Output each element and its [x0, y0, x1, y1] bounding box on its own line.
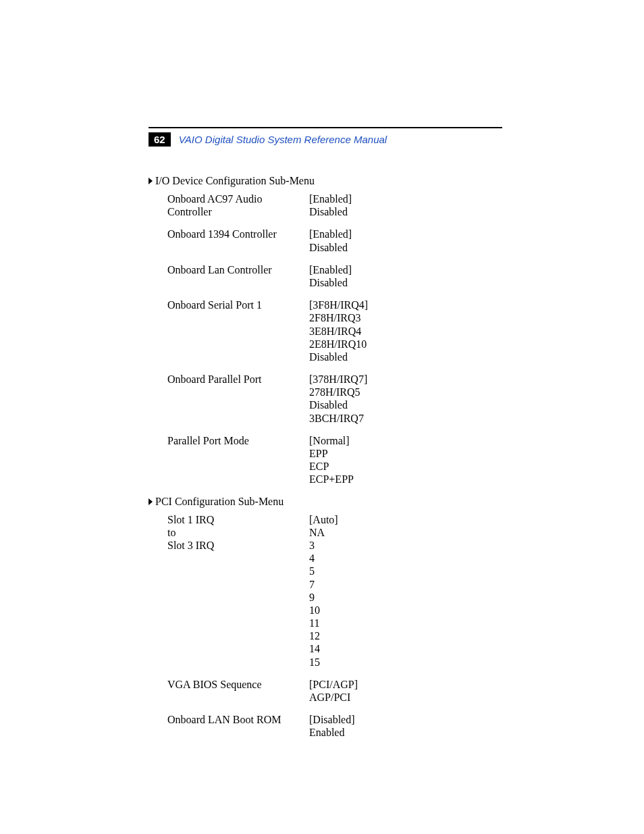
entry-lan: Onboard Lan Controller [Enabled] Disable…	[167, 263, 502, 289]
entry-bootrom: Onboard LAN Boot ROM [Disabled] Enabled	[167, 713, 502, 739]
option-value: Disabled	[309, 276, 502, 289]
option-value: Disabled	[309, 350, 502, 363]
entry-slots: Slot 1 IRQ to Slot 3 IRQ [Auto] NA 3 4 5…	[167, 513, 502, 669]
io-section-header: I/O Device Configuration Sub-Menu	[149, 175, 502, 187]
option-value: 10	[309, 604, 502, 617]
entry-label: Onboard 1394 Controller	[167, 228, 309, 253]
option-value: EPP	[309, 447, 502, 460]
entry-label: Onboard AC97 Audio Controller	[167, 192, 309, 218]
entry-values: [Auto] NA 3 4 5 7 9 10 11 12 14 15	[309, 513, 502, 669]
entry-pmode: Parallel Port Mode [Normal] EPP ECP ECP+…	[167, 434, 502, 486]
option-value: 7	[309, 578, 502, 591]
label-line: Slot 1 IRQ	[167, 513, 309, 526]
option-value: 3BCH/IRQ7	[309, 412, 502, 425]
label-line: Slot 3 IRQ	[167, 539, 309, 552]
entry-ac97: Onboard AC97 Audio Controller [Enabled] …	[167, 192, 502, 218]
option-value: 3	[309, 539, 502, 552]
entry-values: [PCI/AGP] AGP/PCI	[309, 678, 502, 704]
pci-section-title: PCI Configuration Sub-Menu	[155, 496, 284, 508]
option-value: ECP	[309, 460, 502, 473]
entry-serial: Onboard Serial Port 1 [3F8H/IRQ4] 2F8H/I…	[167, 298, 502, 363]
entry-values: [Enabled] Disabled	[309, 263, 502, 289]
entry-label: Slot 1 IRQ to Slot 3 IRQ	[167, 513, 309, 669]
entry-label: Onboard LAN Boot ROM	[167, 713, 309, 739]
option-value: [Disabled]	[309, 713, 502, 726]
option-value: Disabled	[309, 398, 502, 411]
option-value: Disabled	[309, 205, 502, 218]
option-value: 4	[309, 552, 502, 565]
option-value: [Auto]	[309, 513, 502, 526]
entry-label: Onboard Parallel Port	[167, 373, 309, 425]
option-value: [Enabled]	[309, 228, 502, 240]
option-value: 15	[309, 656, 502, 669]
option-value: 11	[309, 617, 502, 629]
entry-values: [Disabled] Enabled	[309, 713, 502, 739]
option-value: 14	[309, 642, 502, 655]
option-value: 9	[309, 591, 502, 604]
option-value: 278H/IRQ5	[309, 386, 502, 398]
option-value: NA	[309, 526, 502, 539]
option-value: 5	[309, 565, 502, 577]
header-rule	[149, 127, 502, 128]
io-section-title: I/O Device Configuration Sub-Menu	[155, 175, 315, 187]
option-value: [Normal]	[309, 434, 502, 447]
option-value: [378H/IRQ7]	[309, 373, 502, 386]
option-value: 2F8H/IRQ3	[309, 311, 502, 324]
entry-label: Onboard Serial Port 1	[167, 298, 309, 363]
option-value: 2E8H/IRQ10	[309, 338, 502, 350]
pci-section-header: PCI Configuration Sub-Menu	[149, 496, 502, 508]
option-value: Enabled	[309, 726, 502, 739]
label-line: to	[167, 526, 309, 539]
entry-label: Onboard Lan Controller	[167, 263, 309, 289]
entry-values: [378H/IRQ7] 278H/IRQ5 Disabled 3BCH/IRQ7	[309, 373, 502, 425]
option-value: [Enabled]	[309, 192, 502, 205]
option-value: [Enabled]	[309, 263, 502, 276]
option-value: [3F8H/IRQ4]	[309, 298, 502, 311]
page-header: 62 VAIO Digital Studio System Reference …	[149, 132, 502, 147]
entry-parallel: Onboard Parallel Port [378H/IRQ7] 278H/I…	[167, 373, 502, 425]
entry-values: [Normal] EPP ECP ECP+EPP	[309, 434, 502, 486]
entry-values: [3F8H/IRQ4] 2F8H/IRQ3 3E8H/IRQ4 2E8H/IRQ…	[309, 298, 502, 363]
option-value: [PCI/AGP]	[309, 678, 502, 691]
option-value: ECP+EPP	[309, 473, 502, 486]
page-number: 62	[149, 132, 171, 147]
entry-1394: Onboard 1394 Controller [Enabled] Disabl…	[167, 228, 502, 253]
arrow-right-icon	[149, 498, 153, 505]
header-title: VAIO Digital Studio System Reference Man…	[179, 134, 387, 145]
arrow-right-icon	[149, 178, 153, 184]
entry-vga: VGA BIOS Sequence [PCI/AGP] AGP/PCI	[167, 678, 502, 704]
entry-values: [Enabled] Disabled	[309, 192, 502, 218]
option-value: 12	[309, 629, 502, 642]
entry-values: [Enabled] Disabled	[309, 228, 502, 253]
entry-label: Parallel Port Mode	[167, 434, 309, 486]
entry-label: VGA BIOS Sequence	[167, 678, 309, 704]
option-value: AGP/PCI	[309, 691, 502, 704]
option-value: 3E8H/IRQ4	[309, 325, 502, 338]
option-value: Disabled	[309, 241, 502, 254]
page-container: 62 VAIO Digital Studio System Reference …	[149, 127, 502, 749]
